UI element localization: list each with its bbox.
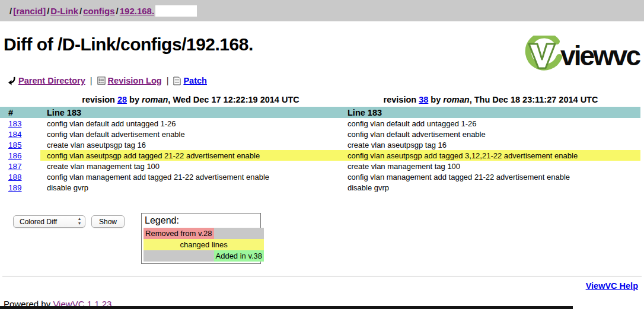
breadcrumb: / [rancid] / D-Link / configs / 192.168.: [0, 0, 644, 21]
parent-directory-link[interactable]: Parent Directory: [18, 76, 85, 85]
diff-line-right: create vlan aseutpsgp tag 16: [341, 139, 640, 150]
diff-table: revision 28 by roman, Wed Dec 17 12:22:1…: [0, 95, 640, 193]
breadcrumb-separator: /: [47, 6, 49, 16]
diff-format-select[interactable]: Colored Diff ▴▾: [13, 215, 85, 228]
diff-table-header: # Line 183 Line 183: [0, 107, 640, 118]
select-stepper-icon: ▴▾: [78, 216, 81, 226]
parent-directory-icon: [7, 77, 16, 85]
line-number-link[interactable]: 187: [8, 162, 22, 171]
diff-line-left: config vlan aseutpsgp add tagged 21-22 a…: [40, 150, 341, 161]
diff-line-right: config vlan aseutpsgp add tagged 3,12,21…: [341, 150, 640, 161]
table-row: 184 config vlan default advertisement en…: [0, 129, 640, 139]
revision-right-header: revision 38 by roman, Thu Dec 18 23:11:2…: [341, 95, 640, 107]
revision-log-icon: [97, 77, 106, 85]
legend-added-filler: [144, 250, 213, 262]
bottom-window-edge: [0, 306, 573, 309]
diff-line-left: create vlan aseutpsgp tag 16: [40, 139, 341, 150]
diff-line-right: config vlan management add tagged 21-22 …: [341, 171, 640, 182]
viewvc-logo-text: viewvc: [560, 40, 639, 72]
revision-mid: by: [127, 95, 142, 104]
diff-format-selected-value: Colored Diff: [20, 218, 57, 226]
nav-separator: |: [167, 76, 169, 85]
left-line-header: Line 183: [40, 107, 341, 118]
revision-prefix: revision: [384, 95, 419, 104]
table-row-changed: 186 config vlan aseutpsgp add tagged 21-…: [0, 150, 640, 161]
revision-author: roman: [443, 95, 469, 104]
breadcrumb-item-dlink[interactable]: D-Link: [50, 6, 78, 16]
table-row: 185 create vlan aseutpsgp tag 16 create …: [0, 139, 640, 150]
breadcrumb-separator: /: [79, 6, 82, 16]
revision-left-header: revision 28 by roman, Wed Dec 17 12:22:1…: [40, 95, 341, 107]
table-row: 189 disable gvrp disable gvrp: [0, 182, 640, 193]
viewvc-help-link[interactable]: ViewVC Help: [586, 281, 638, 291]
viewvc-logo-icon: [521, 36, 564, 76]
line-number-link[interactable]: 183: [8, 119, 22, 128]
show-button[interactable]: Show: [91, 215, 125, 228]
diff-line-left: config vlan default advertisement enable: [40, 129, 341, 139]
line-number-link[interactable]: 186: [8, 151, 22, 160]
legend-removed-label: Removed from v.28: [144, 228, 213, 239]
revision-38-link[interactable]: 38: [419, 95, 428, 104]
line-number-link[interactable]: 184: [8, 130, 22, 139]
diff-line-left: config vlan management add tagged 21-22 …: [40, 171, 341, 182]
diff-line-left: disable gvrp: [40, 182, 341, 193]
diff-line-left: create vlan management tag 100: [40, 161, 341, 171]
revision-log-link[interactable]: Revision Log: [108, 76, 162, 85]
breadcrumb-separator: /: [116, 6, 119, 16]
hash-column-header: #: [0, 107, 40, 118]
viewvc-logo: viewvc: [521, 36, 639, 76]
right-line-header: Line 183: [341, 107, 640, 118]
revision-date: , Wed Dec 17 12:22:19 2014 UTC: [168, 95, 299, 104]
diff-line-right: disable gvrp: [341, 182, 640, 193]
line-number-link[interactable]: 188: [8, 173, 22, 181]
diff-line-right: config vlan default advertisement enable: [341, 129, 640, 139]
revision-date: , Thu Dec 18 23:11:27 2014 UTC: [470, 95, 598, 104]
nav-separator: |: [90, 76, 93, 85]
diff-line-left: config vlan default add untagged 1-26: [40, 118, 341, 129]
revision-mid: by: [428, 95, 443, 104]
redacted-area: [155, 5, 197, 17]
legend-removed-filler: [214, 228, 264, 239]
revision-prefix: revision: [82, 95, 117, 104]
legend-title: Legend:: [144, 215, 259, 228]
diff-line-right: config vlan default add untagged 1-26: [341, 118, 640, 129]
legend: Legend: Removed from v.28 changed lines …: [141, 213, 261, 264]
revision-headers: revision 28 by roman, Wed Dec 17 12:22:1…: [0, 95, 640, 107]
breadcrumb-item-file[interactable]: 192.168.: [120, 6, 154, 16]
breadcrumb-item-rancid[interactable]: [rancid]: [13, 6, 46, 16]
legend-changed-label: changed lines: [144, 239, 264, 250]
breadcrumb-separator: /: [9, 6, 12, 16]
revision-28-link[interactable]: 28: [117, 95, 127, 104]
patch-link[interactable]: Patch: [183, 76, 207, 85]
breadcrumb-item-configs[interactable]: configs: [83, 6, 114, 16]
line-number-link[interactable]: 189: [8, 183, 22, 192]
patch-icon: [173, 77, 181, 85]
legend-added-label: Added in v.38: [214, 250, 264, 262]
line-number-link[interactable]: 185: [8, 141, 22, 149]
table-row: 187 create vlan management tag 100 creat…: [0, 161, 640, 171]
table-row: 183 config vlan default add untagged 1-2…: [0, 118, 640, 129]
diff-line-right: create vlan management tag 100: [341, 161, 640, 171]
revision-author: roman: [142, 95, 168, 104]
table-row: 188 config vlan management add tagged 21…: [0, 171, 640, 182]
